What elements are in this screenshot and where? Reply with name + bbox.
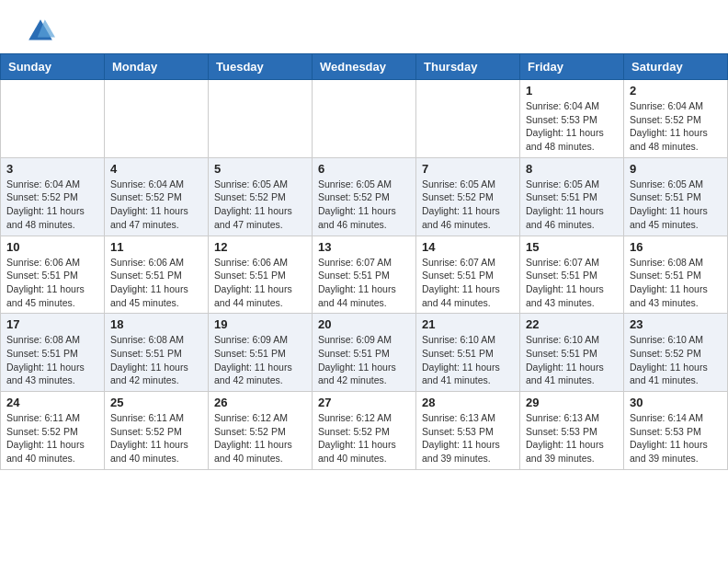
calendar-cell: 28Sunrise: 6:13 AM Sunset: 5:53 PM Dayli… (416, 392, 520, 470)
calendar-week-row: 24Sunrise: 6:11 AM Sunset: 5:52 PM Dayli… (1, 392, 728, 470)
day-number: 3 (6, 162, 98, 176)
calendar-cell: 21Sunrise: 6:10 AM Sunset: 5:51 PM Dayli… (416, 314, 520, 392)
calendar-cell: 12Sunrise: 6:06 AM Sunset: 5:51 PM Dayli… (209, 236, 313, 314)
day-number: 24 (6, 396, 98, 409)
calendar-cell: 13Sunrise: 6:07 AM Sunset: 5:51 PM Dayli… (313, 236, 416, 314)
calendar-cell (416, 80, 520, 158)
day-number: 4 (110, 162, 202, 176)
calendar-cell: 17Sunrise: 6:08 AM Sunset: 5:51 PM Dayli… (1, 314, 105, 392)
day-number: 19 (214, 317, 306, 331)
calendar-cell: 26Sunrise: 6:12 AM Sunset: 5:52 PM Dayli… (209, 392, 313, 470)
day-info: Sunrise: 6:10 AM Sunset: 5:52 PM Dayligh… (630, 333, 722, 387)
day-info: Sunrise: 6:08 AM Sunset: 5:51 PM Dayligh… (630, 256, 722, 310)
day-number: 8 (526, 162, 618, 176)
calendar-week-row: 1Sunrise: 6:04 AM Sunset: 5:53 PM Daylig… (1, 80, 728, 158)
day-number: 22 (526, 317, 618, 331)
day-info: Sunrise: 6:04 AM Sunset: 5:52 PM Dayligh… (630, 99, 722, 154)
day-info: Sunrise: 6:07 AM Sunset: 5:51 PM Dayligh… (422, 256, 514, 310)
calendar-cell: 15Sunrise: 6:07 AM Sunset: 5:51 PM Dayli… (520, 236, 624, 314)
day-number: 29 (526, 396, 618, 409)
calendar-cell: 7Sunrise: 6:05 AM Sunset: 5:52 PM Daylig… (416, 157, 520, 236)
day-info: Sunrise: 6:12 AM Sunset: 5:52 PM Dayligh… (214, 411, 306, 465)
day-number: 21 (422, 317, 514, 331)
day-number: 6 (318, 162, 410, 176)
column-header-tuesday: Tuesday (209, 54, 313, 80)
day-number: 30 (630, 396, 722, 409)
day-number: 5 (214, 162, 306, 176)
calendar-cell: 29Sunrise: 6:13 AM Sunset: 5:53 PM Dayli… (520, 392, 624, 470)
calendar-cell: 14Sunrise: 6:07 AM Sunset: 5:51 PM Dayli… (416, 236, 520, 314)
day-info: Sunrise: 6:06 AM Sunset: 5:51 PM Dayligh… (110, 256, 202, 310)
day-info: Sunrise: 6:10 AM Sunset: 5:51 PM Dayligh… (526, 333, 618, 387)
column-header-sunday: Sunday (1, 54, 105, 80)
day-number: 28 (422, 396, 514, 409)
calendar-cell: 24Sunrise: 6:11 AM Sunset: 5:52 PM Dayli… (1, 392, 105, 470)
day-info: Sunrise: 6:05 AM Sunset: 5:52 PM Dayligh… (214, 178, 306, 232)
calendar-cell (313, 80, 416, 158)
column-header-friday: Friday (520, 54, 624, 80)
day-info: Sunrise: 6:11 AM Sunset: 5:52 PM Dayligh… (110, 411, 202, 465)
day-number: 1 (526, 84, 618, 98)
calendar-cell: 10Sunrise: 6:06 AM Sunset: 5:51 PM Dayli… (1, 236, 105, 314)
calendar-cell: 11Sunrise: 6:06 AM Sunset: 5:51 PM Dayli… (105, 236, 209, 314)
day-number: 13 (318, 240, 410, 254)
page-header (0, 0, 728, 53)
calendar-header-row: SundayMondayTuesdayWednesdayThursdayFrid… (1, 54, 728, 80)
column-header-wednesday: Wednesday (313, 54, 416, 80)
day-info: Sunrise: 6:05 AM Sunset: 5:52 PM Dayligh… (422, 178, 514, 232)
day-info: Sunrise: 6:04 AM Sunset: 5:53 PM Dayligh… (526, 99, 618, 154)
day-info: Sunrise: 6:10 AM Sunset: 5:51 PM Dayligh… (422, 333, 514, 387)
calendar-cell: 3Sunrise: 6:04 AM Sunset: 5:52 PM Daylig… (1, 157, 105, 236)
day-info: Sunrise: 6:04 AM Sunset: 5:52 PM Dayligh… (6, 178, 98, 232)
calendar-week-row: 17Sunrise: 6:08 AM Sunset: 5:51 PM Dayli… (1, 314, 728, 392)
day-number: 15 (526, 240, 618, 254)
logo (22, 17, 55, 46)
calendar-cell: 27Sunrise: 6:12 AM Sunset: 5:52 PM Dayli… (313, 392, 416, 470)
day-number: 26 (214, 396, 306, 409)
column-header-saturday: Saturday (624, 54, 728, 80)
day-info: Sunrise: 6:08 AM Sunset: 5:51 PM Dayligh… (110, 333, 202, 387)
day-number: 20 (318, 317, 410, 331)
calendar-cell: 20Sunrise: 6:09 AM Sunset: 5:51 PM Dayli… (313, 314, 416, 392)
calendar-cell: 1Sunrise: 6:04 AM Sunset: 5:53 PM Daylig… (520, 80, 624, 158)
day-info: Sunrise: 6:05 AM Sunset: 5:51 PM Dayligh… (526, 178, 618, 232)
calendar-cell: 30Sunrise: 6:14 AM Sunset: 5:53 PM Dayli… (624, 392, 728, 470)
day-number: 23 (630, 317, 722, 331)
calendar-cell: 4Sunrise: 6:04 AM Sunset: 5:52 PM Daylig… (105, 157, 209, 236)
day-info: Sunrise: 6:07 AM Sunset: 5:51 PM Dayligh… (526, 256, 618, 310)
calendar-week-row: 10Sunrise: 6:06 AM Sunset: 5:51 PM Dayli… (1, 236, 728, 314)
day-info: Sunrise: 6:04 AM Sunset: 5:52 PM Dayligh… (110, 178, 202, 232)
logo-icon (26, 17, 55, 46)
day-number: 18 (110, 317, 202, 331)
calendar-cell (105, 80, 209, 158)
column-header-thursday: Thursday (416, 54, 520, 80)
day-info: Sunrise: 6:13 AM Sunset: 5:53 PM Dayligh… (422, 411, 514, 465)
calendar-cell: 9Sunrise: 6:05 AM Sunset: 5:51 PM Daylig… (624, 157, 728, 236)
calendar-table: SundayMondayTuesdayWednesdayThursdayFrid… (0, 53, 728, 470)
calendar-cell: 2Sunrise: 6:04 AM Sunset: 5:52 PM Daylig… (624, 80, 728, 158)
calendar-cell (1, 80, 105, 158)
calendar-cell: 8Sunrise: 6:05 AM Sunset: 5:51 PM Daylig… (520, 157, 624, 236)
calendar-cell: 22Sunrise: 6:10 AM Sunset: 5:51 PM Dayli… (520, 314, 624, 392)
day-info: Sunrise: 6:12 AM Sunset: 5:52 PM Dayligh… (318, 411, 410, 465)
day-number: 9 (630, 162, 722, 176)
calendar-cell (209, 80, 313, 158)
calendar-cell: 16Sunrise: 6:08 AM Sunset: 5:51 PM Dayli… (624, 236, 728, 314)
day-number: 16 (630, 240, 722, 254)
day-info: Sunrise: 6:09 AM Sunset: 5:51 PM Dayligh… (214, 333, 306, 387)
day-info: Sunrise: 6:05 AM Sunset: 5:51 PM Dayligh… (630, 178, 722, 232)
day-number: 14 (422, 240, 514, 254)
day-info: Sunrise: 6:11 AM Sunset: 5:52 PM Dayligh… (6, 411, 98, 465)
day-info: Sunrise: 6:08 AM Sunset: 5:51 PM Dayligh… (6, 333, 98, 387)
day-number: 25 (110, 396, 202, 409)
day-number: 12 (214, 240, 306, 254)
day-info: Sunrise: 6:14 AM Sunset: 5:53 PM Dayligh… (630, 411, 722, 465)
day-number: 2 (630, 84, 722, 98)
day-info: Sunrise: 6:09 AM Sunset: 5:51 PM Dayligh… (318, 333, 410, 387)
day-number: 27 (318, 396, 410, 409)
day-info: Sunrise: 6:07 AM Sunset: 5:51 PM Dayligh… (318, 256, 410, 310)
column-header-monday: Monday (105, 54, 209, 80)
calendar-cell: 19Sunrise: 6:09 AM Sunset: 5:51 PM Dayli… (209, 314, 313, 392)
day-number: 11 (110, 240, 202, 254)
day-number: 7 (422, 162, 514, 176)
